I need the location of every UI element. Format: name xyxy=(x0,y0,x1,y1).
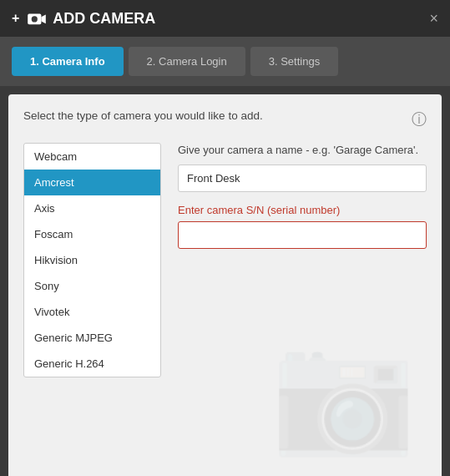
camera-name-label: Give your camera a name - e.g. 'Garage C… xyxy=(178,143,427,158)
page-title: ADD CAMERA xyxy=(53,10,155,28)
tab-settings[interactable]: 3. Settings xyxy=(250,47,338,76)
tabs-container: 1. Camera Info 2. Camera Login 3. Settin… xyxy=(0,37,450,86)
list-item[interactable]: Generic MJPEG xyxy=(24,325,160,351)
right-panel: Give your camera a name - e.g. 'Garage C… xyxy=(178,143,427,377)
svg-marker-1 xyxy=(42,15,46,24)
main-content: Select the type of camera you would like… xyxy=(8,94,442,476)
svg-point-2 xyxy=(32,16,38,22)
help-icon[interactable]: ⓘ xyxy=(412,109,427,129)
plus-icon: + xyxy=(12,11,19,26)
title-bar: + ADD CAMERA × xyxy=(0,0,450,37)
list-item[interactable]: Hikvision xyxy=(24,247,160,273)
serial-number-label: Enter camera S/N (serial number) xyxy=(178,204,427,216)
camera-type-list: Webcam Amcrest Axis Foscam Hikvision Son… xyxy=(23,143,161,377)
two-col-layout: Webcam Amcrest Axis Foscam Hikvision Son… xyxy=(23,143,427,377)
list-item[interactable]: Generic H.264 xyxy=(24,351,160,377)
tab-camera-info[interactable]: 1. Camera Info xyxy=(12,47,124,76)
list-item[interactable]: Amcrest xyxy=(24,170,160,195)
serial-number-input[interactable] xyxy=(178,221,427,249)
camera-icon xyxy=(28,11,46,26)
list-item[interactable]: Axis xyxy=(24,195,160,221)
tab-camera-login[interactable]: 2. Camera Login xyxy=(129,47,245,76)
list-item[interactable]: Foscam xyxy=(24,221,160,247)
close-button[interactable]: × xyxy=(429,11,438,26)
list-item[interactable]: Vivotek xyxy=(24,299,160,325)
title-bar-left: + ADD CAMERA xyxy=(12,10,155,28)
content-header: Select the type of camera you would like… xyxy=(23,109,427,129)
camera-name-input[interactable] xyxy=(178,165,427,192)
list-item[interactable]: Sony xyxy=(24,273,160,299)
content-title: Select the type of camera you would like… xyxy=(23,109,263,122)
list-item[interactable]: Webcam xyxy=(24,144,160,170)
